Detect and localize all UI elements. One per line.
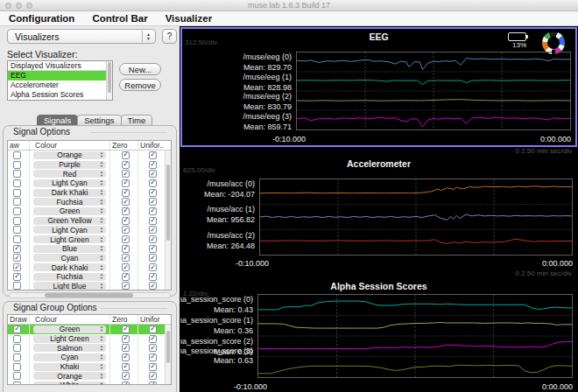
zero-checkbox[interactable]: ✓: [122, 273, 130, 281]
remove-button[interactable]: Remove: [119, 79, 161, 91]
zero-checkbox[interactable]: ✓: [122, 354, 130, 361]
zero-checkbox[interactable]: ✓: [122, 151, 130, 159]
colour-select[interactable]: Light Cyan▲▼: [33, 179, 106, 187]
colour-select[interactable]: Light Green▲▼: [33, 235, 106, 243]
colour-select[interactable]: Blue▲▼: [33, 245, 106, 253]
colour-select[interactable]: Green▲▼: [33, 207, 106, 215]
uniform-checkbox[interactable]: ✓: [149, 170, 157, 178]
table-row[interactable]: Light Green▲▼✓✓: [8, 334, 171, 344]
table-row[interactable]: ✓Blue▲▼✓✓: [8, 244, 171, 254]
draw-checkbox[interactable]: ✓: [13, 273, 21, 281]
draw-checkbox[interactable]: [13, 189, 21, 197]
draw-checkbox[interactable]: [13, 170, 21, 178]
table-row[interactable]: Light Blue▲▼✓✓: [8, 282, 171, 290]
table-row[interactable]: Purple▲▼✓✓: [8, 160, 171, 170]
table-row[interactable]: Dark Khaki▲▼✓✓: [8, 188, 171, 198]
vertical-scrollbar[interactable]: [106, 61, 112, 100]
draw-checkbox[interactable]: [13, 282, 21, 290]
table-row[interactable]: Light Green▲▼✓✓: [8, 234, 171, 244]
uniform-checkbox[interactable]: ✓: [149, 179, 157, 187]
uniform-checkbox[interactable]: ✓: [149, 382, 157, 385]
visualizer-list-item[interactable]: Alpha Session Scores: [8, 90, 112, 100]
uniform-checkbox[interactable]: ✓: [149, 363, 157, 371]
colour-select[interactable]: Dark Khaki▲▼: [33, 263, 106, 271]
visualizer-list-item[interactable]: EEG: [8, 71, 112, 80]
horizontal-scrollbar[interactable]: [9, 292, 171, 298]
zero-checkbox[interactable]: ✓: [122, 363, 130, 371]
colour-select[interactable]: Green▲▼: [33, 326, 106, 333]
menu-item-control-bar[interactable]: Control Bar: [92, 13, 147, 24]
colour-select[interactable]: Red▲▼: [33, 170, 106, 178]
zero-checkbox[interactable]: ✓: [122, 263, 130, 271]
help-button[interactable]: ?: [162, 29, 177, 44]
scroll-thumb[interactable]: [166, 331, 170, 363]
menu-item-configuration[interactable]: Configuration: [9, 13, 74, 24]
draw-checkbox[interactable]: [13, 335, 21, 343]
uniform-checkbox[interactable]: ✓: [149, 151, 157, 159]
chart-panel-eeg[interactable]: EEG312.50/div13%/muse/eeg (0)Mean: 829.7…: [180, 27, 577, 147]
table-row[interactable]: Orange▲▼✓✓: [8, 150, 171, 160]
vertical-scrollbar[interactable]: [165, 325, 171, 384]
colour-select[interactable]: White▲▼: [33, 382, 106, 385]
zero-checkbox[interactable]: ✓: [122, 217, 130, 225]
draw-checkbox[interactable]: [13, 344, 21, 352]
colour-select[interactable]: Cyan▲▼: [33, 254, 106, 262]
zero-checkbox[interactable]: ✓: [122, 198, 130, 206]
zero-checkbox[interactable]: ✓: [122, 161, 130, 169]
table-row[interactable]: Orange▲▼✓✓: [8, 371, 171, 381]
draw-checkbox[interactable]: [13, 382, 21, 385]
uniform-checkbox[interactable]: ✓: [149, 245, 157, 253]
plot-region[interactable]: [259, 178, 573, 256]
draw-checkbox[interactable]: [13, 151, 21, 159]
draw-checkbox[interactable]: [13, 207, 21, 215]
visualizer-list-item[interactable]: Accelerometer: [8, 80, 112, 90]
draw-checkbox[interactable]: ✓: [13, 326, 21, 333]
draw-checkbox[interactable]: [13, 179, 21, 187]
uniform-checkbox[interactable]: ✓: [149, 207, 157, 215]
zero-checkbox[interactable]: ✓: [122, 326, 130, 333]
uniform-checkbox[interactable]: ✓: [149, 372, 157, 380]
uniform-checkbox[interactable]: ✓: [149, 254, 157, 262]
uniform-checkbox[interactable]: ✓: [149, 217, 157, 225]
uniform-checkbox[interactable]: ✓: [149, 235, 157, 243]
uniform-checkbox[interactable]: ✓: [149, 354, 157, 361]
vertical-scrollbar[interactable]: [165, 150, 171, 290]
zero-checkbox[interactable]: ✓: [122, 282, 130, 290]
colour-select[interactable]: Dark Khaki▲▼: [33, 189, 106, 197]
scroll-thumb[interactable]: [108, 62, 111, 93]
draw-checkbox[interactable]: [13, 198, 21, 206]
plot-region[interactable]: [257, 294, 573, 378]
uniform-checkbox[interactable]: ✓: [149, 198, 157, 206]
zero-checkbox[interactable]: ✓: [122, 189, 130, 197]
uniform-checkbox[interactable]: ✓: [149, 282, 157, 290]
draw-checkbox[interactable]: [13, 354, 21, 361]
table-row[interactable]: ✓Dark Khaki▲▼✓✓: [8, 262, 171, 272]
table-row[interactable]: Salmon▲▼✓✓: [8, 343, 171, 353]
close-button[interactable]: [5, 3, 11, 9]
zero-checkbox[interactable]: ✓: [122, 335, 130, 343]
colour-select[interactable]: Light Green▲▼: [33, 335, 106, 343]
draw-checkbox[interactable]: ✓: [13, 245, 21, 253]
uniform-checkbox[interactable]: ✓: [149, 226, 157, 234]
draw-checkbox[interactable]: ✓: [13, 254, 21, 262]
colour-select[interactable]: Cyan▲▼: [33, 354, 106, 361]
uniform-checkbox[interactable]: ✓: [149, 161, 157, 169]
table-row[interactable]: Cyan▲▼✓✓: [8, 353, 171, 362]
table-row[interactable]: Light Cyan▲▼✓✓: [8, 178, 171, 188]
zero-checkbox[interactable]: ✓: [122, 372, 130, 380]
zero-checkbox[interactable]: ✓: [122, 344, 130, 352]
uniform-checkbox[interactable]: ✓: [149, 263, 157, 271]
zero-checkbox[interactable]: ✓: [122, 382, 130, 385]
zero-checkbox[interactable]: ✓: [122, 235, 130, 243]
zero-checkbox[interactable]: ✓: [122, 179, 130, 187]
zoom-button[interactable]: [26, 3, 32, 9]
menu-item-visualizer[interactable]: Visualizer: [166, 13, 213, 24]
draw-checkbox[interactable]: ✓: [13, 263, 21, 271]
table-row[interactable]: ✓Green▲▼✓✓: [8, 325, 171, 334]
uniform-checkbox[interactable]: ✓: [149, 335, 157, 343]
draw-checkbox[interactable]: [13, 363, 21, 371]
colour-select[interactable]: Light Cyan▲▼: [33, 226, 106, 234]
uniform-checkbox[interactable]: ✓: [149, 189, 157, 197]
colour-select[interactable]: Salmon▲▼: [33, 344, 106, 352]
zero-checkbox[interactable]: ✓: [122, 170, 130, 178]
